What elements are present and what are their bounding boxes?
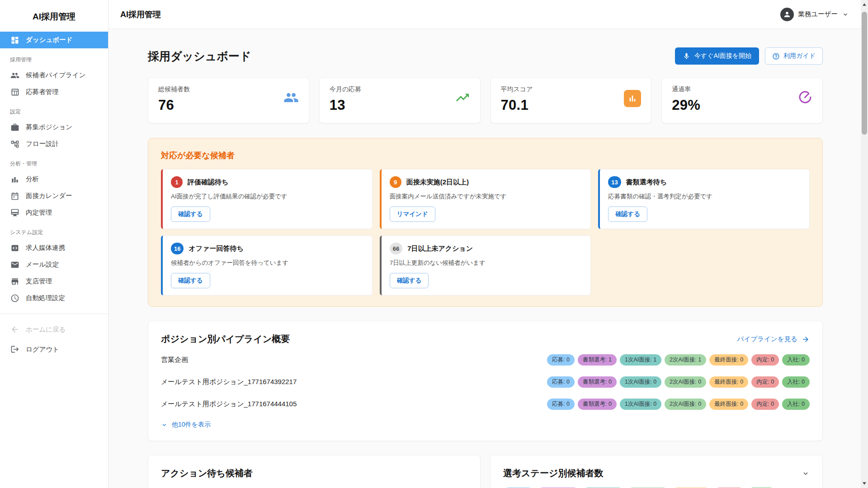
stat-value: 29%: [672, 97, 700, 113]
stat-card-monthly-applications: 今月の応募 13: [319, 77, 481, 123]
attention-panel-title: 対応が必要な候補者: [161, 150, 810, 161]
stage-badge-offer: 内定: 0: [751, 354, 779, 366]
user-menu[interactable]: 業務ユーザー: [780, 8, 849, 21]
chevron-down-icon[interactable]: [802, 469, 810, 478]
stat-value: 76: [158, 97, 190, 113]
dashboard-icon: [10, 35, 20, 45]
sidebar-item-dashboard[interactable]: ダッシュボード: [0, 32, 108, 48]
page-actions: 今すぐAI面接を開始 利用ガイド: [675, 47, 823, 65]
sidebar-item-mail-settings[interactable]: メール設定: [0, 256, 108, 273]
sidebar-item-automation-settings[interactable]: 自動処理設定: [0, 290, 108, 306]
confirm-button[interactable]: 確認する: [171, 273, 210, 288]
bar-chart-icon: [624, 90, 641, 107]
sidebar-item-candidate-pipeline[interactable]: 候補者パイプライン: [0, 67, 108, 84]
stage-summary-title: 選考ステージ別候補者数: [503, 467, 603, 479]
vertical-scrollbar[interactable]: [861, 0, 868, 488]
page-head: 採用ダッシュボード 今すぐAI面接を開始 利用ガイド: [148, 47, 823, 65]
pipeline-rows: 営業企画 応募: 0 書類選考: 1 1次AI面接: 1 2次AI面接: 1 最…: [161, 349, 810, 415]
trending-up-icon: [455, 90, 470, 105]
stage-badge-screening: 書類選考: 0: [578, 399, 617, 410]
sidebar-item-positions[interactable]: 募集ポジション: [0, 119, 108, 136]
sidebar-item-flow-design[interactable]: フロー設計: [0, 136, 108, 152]
mail-icon: [10, 260, 20, 270]
stage-badge-first-interview: 1次AI面接: 1: [620, 354, 661, 366]
stage-badge-second-interview: 2次AI面接: 0: [665, 399, 706, 410]
users-icon: [283, 90, 299, 105]
count-badge: 13: [608, 176, 621, 188]
scroll-up-arrow[interactable]: [863, 3, 866, 6]
header-title: AI採用管理: [120, 9, 161, 20]
sidebar-item-label: ホームに戻る: [26, 325, 66, 334]
stat-value: 13: [330, 97, 361, 113]
stats-row: 総候補者数 76 今月の応募 13 平均スコア 70.1: [148, 77, 823, 123]
sidebar-item-applicant-management[interactable]: 応募者管理: [0, 84, 108, 100]
sidebar-section-settings: 設定: [0, 100, 108, 119]
sidebar-section-analytics: 分析・管理: [0, 152, 108, 171]
stat-label: 平均スコア: [501, 85, 533, 94]
stage-badge-first-interview: 1次AI面接: 0: [620, 399, 661, 410]
count-badge: 16: [171, 243, 184, 254]
stage-badge-second-interview: 2次AI面接: 1: [665, 354, 706, 366]
mic-icon: [683, 52, 690, 60]
stage-badge-applied: 応募: 0: [547, 376, 575, 388]
action-waiting-title: アクション待ち候補者: [161, 467, 467, 479]
remind-button[interactable]: リマインド: [390, 206, 435, 222]
show-more-link[interactable]: 他10件を表示: [161, 421, 810, 429]
attention-cards: 1 評価確認待ち AI面接が完了し評価結果の確認が必要です 確認する 9 面接未…: [161, 169, 810, 296]
sidebar-item-logout[interactable]: ログアウト: [0, 339, 108, 359]
start-ai-interview-button[interactable]: 今すぐAI面接を開始: [675, 47, 759, 65]
attention-panel: 対応が必要な候補者 1 評価確認待ち AI面接が完了し評価結果の確認が必要です …: [148, 138, 823, 307]
flow-icon: [10, 139, 20, 149]
sidebar-item-interview-calendar[interactable]: 面接カレンダー: [0, 188, 108, 204]
sidebar-item-back-home[interactable]: ホームに戻る: [0, 319, 108, 339]
calendar-icon: [10, 191, 20, 201]
logout-icon: [10, 344, 20, 354]
sidebar-item-label: 候補者パイプライン: [26, 71, 86, 80]
sidebar-item-offer-management[interactable]: 内定管理: [0, 204, 108, 221]
action-waiting-panel: アクション待ち候補者 名前 ステージ ポジション: [148, 455, 481, 488]
start-ai-interview-label: 今すぐAI面接を開始: [694, 52, 751, 60]
count-badge: 66: [390, 243, 402, 254]
view-pipeline-label: パイプラインを見る: [737, 335, 797, 343]
alert-card-title: 評価確認待ち: [188, 178, 228, 187]
confirm-button[interactable]: 確認する: [171, 206, 210, 222]
sidebar-item-label: ダッシュボード: [26, 36, 73, 44]
avatar: [780, 8, 794, 21]
alert-card-desc: 7日以上更新のない候補者がいます: [390, 259, 583, 267]
store-icon: [10, 277, 20, 286]
arrow-right-icon: [802, 335, 810, 343]
scrollbar-thumb[interactable]: [862, 12, 867, 135]
sidebar-item-analytics[interactable]: 分析: [0, 171, 108, 188]
stage-badge-hired: 入社: 0: [782, 376, 810, 388]
pipeline-panel-title: ポジション別パイプライン概要: [161, 333, 290, 345]
confirm-button[interactable]: 確認する: [608, 206, 647, 222]
briefcase-icon: [10, 122, 20, 132]
confirm-button[interactable]: 確認する: [390, 273, 429, 288]
stage-badge-hired: 入社: 0: [782, 399, 810, 410]
sidebar-item-label: フロー設計: [26, 140, 59, 148]
alert-card-evaluation-pending: 1 評価確認待ち AI面接が完了し評価結果の確認が必要です 確認する: [161, 169, 373, 229]
position-name: メールテスト用ポジション_1771674444105: [161, 400, 297, 408]
sidebar-item-job-media[interactable]: 求人媒体連携: [0, 239, 108, 256]
stat-label: 総候補者数: [158, 85, 190, 94]
pipeline-row: メールテスト用ポジション_1771674392217 応募: 0 書類選考: 0…: [161, 371, 810, 393]
stage-badge-final-interview: 最終面接: 0: [709, 376, 748, 388]
stat-value: 70.1: [501, 97, 533, 113]
stage-badges: 応募: 0 書類選考: 0 1次AI面接: 0 2次AI面接: 0 最終面接: …: [547, 399, 810, 410]
count-badge: 1: [171, 176, 183, 188]
gauge-icon: [798, 90, 812, 104]
sidebar-divider: [0, 314, 108, 314]
stage-badge-offer: 内定: 0: [751, 376, 779, 388]
view-pipeline-link[interactable]: パイプラインを見る: [737, 335, 810, 343]
stage-badge-screening: 書類選考: 1: [578, 354, 617, 366]
sidebar-item-label: 分析: [26, 175, 39, 183]
sidebar-item-branch-management[interactable]: 支店管理: [0, 273, 108, 290]
guide-button[interactable]: 利用ガイド: [765, 47, 823, 65]
sidebar-item-label: 自動処理設定: [26, 294, 65, 302]
top-header: AI採用管理 業務ユーザー: [108, 0, 861, 29]
position-name: メールテスト用ポジション_1771674392217: [161, 378, 297, 386]
sidebar-item-label: 内定管理: [26, 208, 52, 217]
app-title: AI採用管理: [0, 0, 108, 32]
sidebar-item-label: メール設定: [26, 260, 59, 269]
scroll-down-arrow[interactable]: [863, 482, 866, 485]
